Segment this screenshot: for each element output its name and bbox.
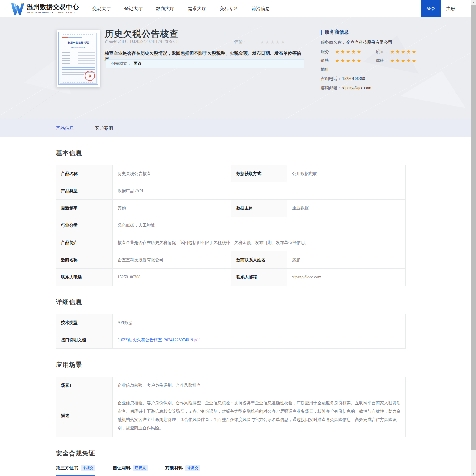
- product-title: 历史欠税公告核查: [105, 28, 178, 40]
- provider-phone: 咨询电话：15250106368: [321, 76, 446, 82]
- star-icons: ★★★★★: [335, 49, 362, 54]
- certificate-image: 数据产品登记凭证 历史欠税公告核查 ★: [57, 30, 100, 87]
- section-title-basic: 基本信息: [56, 149, 405, 157]
- table-row: 接口说明文档 (1022)历史欠税公告核查_20241223074019.pdf: [56, 331, 406, 349]
- auth-area: 登录 注册: [421, 0, 460, 17]
- api-doc-pdf-link[interactable]: (1022)历史欠税公告核查_20241223074019.pdf: [118, 338, 200, 342]
- scenario-table: 场景1 企业信息核验、客户身份识别、合作风险排查 描述 企业信息核验、客户身份识…: [56, 377, 406, 437]
- page-tabbar: 产品信息 客户案例: [0, 119, 476, 137]
- pay-mode-box: 付费模式： 面议: [106, 59, 304, 68]
- table-row: 技术类型 API数据: [56, 314, 406, 331]
- rating-quality: 质量：★★★★★: [376, 49, 431, 54]
- rating-experience: 体验：★★★★★: [376, 58, 431, 63]
- rating-price: 价格：★★★★★: [321, 58, 376, 63]
- tab-other-material[interactable]: 其他材料 未提交: [165, 465, 200, 476]
- provider-name: 服务商名称：企查查科技股份有限公司: [321, 40, 446, 45]
- nav-item-trade-hall[interactable]: 交易大厅: [92, 6, 111, 12]
- site-logo[interactable]: 温州数据交易中心 WENZHOU DATA EXCHANGE CENTER: [11, 2, 79, 15]
- login-button[interactable]: 登录: [421, 0, 441, 17]
- vertical-divider: [317, 30, 317, 90]
- section-title-compliance: 安全合规凭证: [56, 449, 405, 458]
- table-row: 描述 企业信息核验、客户身份识别、合作风险排查 1.企业信息核验：支持各类型企业…: [56, 394, 406, 437]
- status-badge: 未提交: [81, 465, 95, 471]
- table-row: 产品名称 历史欠税公告核查 数据获取方式 公开数据爬取: [56, 165, 406, 182]
- rating-service: 服务：★★★★★: [321, 49, 376, 54]
- table-row: 场景1 企业信息核验、客户身份识别、合作风险排查: [56, 377, 406, 394]
- star-icons: ★★★★★: [335, 58, 362, 63]
- site-subtitle: WENZHOU DATA EXCHANGE CENTER: [27, 11, 79, 14]
- scrollbar-thumb[interactable]: [471, 5, 476, 450]
- provider-header: 服务商信息: [321, 29, 446, 35]
- rating-stars-empty-icon: ★★★★★: [260, 39, 286, 45]
- section-title-detail: 详细信息: [56, 298, 405, 306]
- product-id: 产品登记ID：D3205942024112917979738: [105, 39, 178, 44]
- star-icons: ★★★★★: [390, 58, 417, 63]
- nav-item-demand-hall[interactable]: 需求大厅: [188, 6, 206, 12]
- nav-item-register-hall[interactable]: 登记大厅: [124, 6, 143, 12]
- status-badge: 未提交: [185, 465, 200, 471]
- logo-w-icon: [11, 2, 24, 15]
- scroll-up-icon[interactable]: ▲: [471, 0, 476, 5]
- register-button[interactable]: 注册: [441, 0, 460, 17]
- pay-mode-value: 面议: [134, 61, 142, 66]
- provider-email: 咨询邮箱：xipeng@qcc.com: [321, 85, 446, 91]
- table-row: 产品简介 核查企业是否存在历史欠税情况，返回包括但不限于欠税税种、欠税金额、发布…: [56, 234, 406, 251]
- page: 温州数据交易中心 WENZHOU DATA EXCHANGE CENTER 交易…: [0, 0, 476, 476]
- provider-ratings: 服务：★★★★★ 质量：★★★★★ 价格：★★★★★ 体验：★★★★★: [321, 49, 446, 63]
- basic-info-table: 产品名称 历史欠税公告核查 数据获取方式 公开数据爬取 产品类型 数据产品 /A…: [56, 165, 406, 286]
- scrollbar[interactable]: ▲ ▼: [471, 0, 476, 476]
- nav-item-vendor-hall[interactable]: 数商大厅: [156, 6, 174, 12]
- tab-self-cert-material[interactable]: 自证材料 已提交: [113, 465, 148, 476]
- table-row: 产品类型 数据产品 /API: [56, 182, 406, 200]
- product-rating: 评价： ★★★★★: [234, 39, 286, 45]
- tab-customer-cases[interactable]: 客户案例: [95, 119, 113, 137]
- main-content: 基本信息 产品名称 历史欠税公告核查 数据获取方式 公开数据爬取 产品类型 数据…: [0, 149, 405, 476]
- site-title: 温州数据交易中心: [27, 3, 79, 10]
- table-row: 联系人电话 15250106368 联系人邮箱 xipeng@qcc.com: [56, 269, 406, 286]
- status-badge: 已提交: [133, 465, 148, 471]
- table-row: 行业分类 绿色低碳，人工智能: [56, 217, 406, 234]
- star-icons: ★★★★★: [390, 49, 417, 54]
- tab-product-info[interactable]: 产品信息: [56, 119, 74, 137]
- section-title-scenario: 应用场景: [56, 361, 405, 369]
- main-nav: 交易大厅 登记大厅 数商大厅 需求大厅 交易专区 前沿信息: [92, 6, 270, 12]
- provider-address: 地址：--: [321, 67, 446, 72]
- scroll-down-icon[interactable]: ▼: [471, 471, 476, 476]
- nav-item-trade-zone[interactable]: 交易专区: [220, 6, 238, 12]
- blue-bar-icon: [321, 30, 322, 35]
- nav-item-frontier-info[interactable]: 前沿信息: [251, 6, 270, 12]
- provider-panel: 服务商信息 服务商名称：企查查科技股份有限公司 服务：★★★★★ 质量：★★★★…: [321, 29, 446, 95]
- certificate-subtitle: 历史欠税公告核查: [62, 46, 95, 49]
- certificate-title: 数据产品登记凭证: [62, 41, 95, 44]
- table-row: 更新频率 其他 数据主体 企业数据: [56, 200, 406, 217]
- compliance-tabs: 第三方证书 未提交 自证材料 已提交 其他材料 未提交: [56, 465, 405, 476]
- certificate-serial-line: [62, 37, 82, 38]
- table-row: 数商名称 企查查科技股份有限公司 数商联系人姓名 席鹏: [56, 251, 406, 269]
- tab-third-party-cert[interactable]: 第三方证书 未提交: [56, 465, 95, 476]
- product-hero: 数据产品登记凭证 历史欠税公告核查 ★ 历史欠税公告核查 产品登记ID：D320…: [0, 17, 476, 119]
- detail-info-table: 技术类型 API数据 接口说明文档 (1022)历史欠税公告核查_2024122…: [56, 314, 406, 349]
- top-navbar: 温州数据交易中心 WENZHOU DATA EXCHANGE CENTER 交易…: [0, 0, 476, 17]
